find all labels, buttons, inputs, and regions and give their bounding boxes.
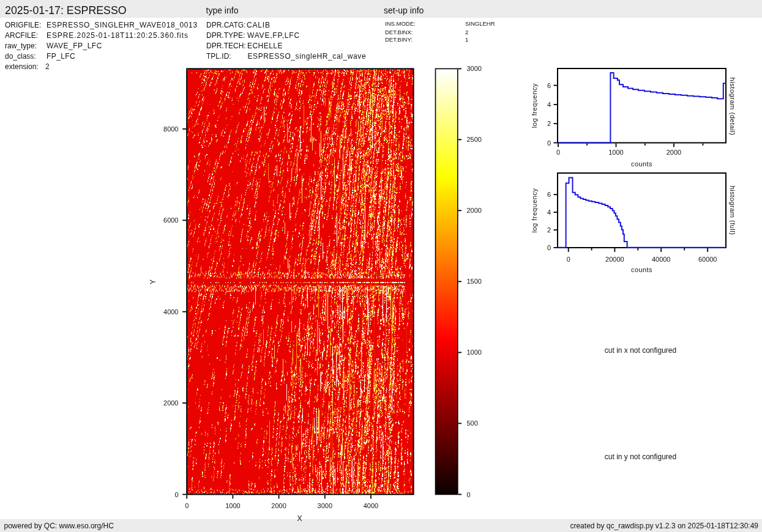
- svg-text:X: X: [297, 514, 302, 523]
- svg-text:8000: 8000: [163, 125, 178, 133]
- svg-text:1000: 1000: [225, 502, 240, 509]
- svg-text:500: 500: [467, 419, 478, 427]
- svg-text:set-up info: set-up info: [384, 6, 424, 15]
- svg-text:raw_type:: raw_type:: [5, 42, 37, 50]
- svg-text:histogram (detail): histogram (detail): [729, 78, 736, 136]
- svg-text:DPR.TECH:: DPR.TECH:: [206, 42, 246, 50]
- svg-text:3000: 3000: [318, 502, 332, 509]
- svg-text:histogram (full): histogram (full): [729, 186, 736, 235]
- svg-text:40000: 40000: [652, 256, 671, 263]
- svg-text:CALIB: CALIB: [247, 21, 271, 29]
- svg-text:2500: 2500: [467, 136, 482, 143]
- svg-text:type info: type info: [206, 6, 239, 15]
- svg-text:extension:: extension:: [5, 62, 39, 71]
- svg-text:2000: 2000: [467, 207, 482, 214]
- svg-text:0: 0: [174, 491, 178, 498]
- svg-text:6: 6: [547, 191, 551, 198]
- svg-text:0: 0: [185, 502, 189, 509]
- svg-text:2: 2: [465, 29, 468, 35]
- svg-text:cut in y not configured: cut in y not configured: [605, 453, 676, 461]
- svg-text:DET.BINX:: DET.BINX:: [385, 29, 413, 35]
- svg-text:ARCFILE:: ARCFILE:: [5, 31, 38, 40]
- svg-text:2: 2: [45, 62, 50, 71]
- svg-text:WAVE_FP_LFC: WAVE_FP_LFC: [47, 42, 102, 50]
- svg-text:4000: 4000: [364, 502, 378, 509]
- svg-text:TPL.ID:: TPL.ID:: [206, 52, 231, 61]
- svg-text:ESPRESSO_singleHR_cal_wave: ESPRESSO_singleHR_cal_wave: [248, 52, 367, 61]
- svg-text:4: 4: [547, 209, 551, 216]
- svg-text:4: 4: [547, 101, 551, 108]
- svg-text:SINGLEHR: SINGLEHR: [465, 20, 495, 27]
- svg-text:1500: 1500: [467, 278, 482, 285]
- svg-text:2025-01-17: ESPRESSO: 2025-01-17: ESPRESSO: [5, 4, 127, 17]
- svg-text:WAVE,FP,LFC: WAVE,FP,LFC: [247, 31, 300, 40]
- svg-text:20000: 20000: [605, 256, 624, 263]
- svg-text:6000: 6000: [163, 216, 178, 224]
- svg-text:6: 6: [547, 82, 551, 89]
- svg-text:cut in x not configured: cut in x not configured: [605, 346, 676, 355]
- svg-text:counts: counts: [631, 160, 652, 168]
- svg-text:2000: 2000: [271, 502, 286, 509]
- svg-text:2: 2: [547, 120, 551, 127]
- svg-text:DET.BINY:: DET.BINY:: [385, 36, 413, 43]
- svg-text:3000: 3000: [467, 65, 482, 72]
- svg-text:counts: counts: [631, 266, 652, 273]
- svg-text:1: 1: [465, 36, 468, 43]
- svg-text:0: 0: [567, 256, 570, 263]
- svg-text:2000: 2000: [163, 399, 178, 407]
- svg-text:2: 2: [547, 226, 551, 234]
- svg-text:1000: 1000: [608, 149, 623, 156]
- svg-text:0: 0: [547, 244, 551, 251]
- svg-text:0: 0: [467, 491, 471, 498]
- svg-text:INS.MODE:: INS.MODE:: [385, 20, 416, 27]
- svg-text:created by qc_rawdisp.py v1.2.: created by qc_rawdisp.py v1.2.3 on 2025-…: [570, 522, 758, 530]
- svg-text:log frequency: log frequency: [531, 83, 538, 128]
- svg-text:DPR.CATG:: DPR.CATG:: [206, 21, 245, 29]
- svg-text:4000: 4000: [163, 308, 178, 316]
- svg-text:ECHELLE: ECHELLE: [247, 42, 283, 50]
- svg-text:DPR.TYPE:: DPR.TYPE:: [206, 31, 245, 40]
- svg-text:0: 0: [556, 149, 560, 156]
- svg-text:do_class:: do_class:: [5, 52, 36, 61]
- svg-text:ESPRE.2025-01-18T11:20:25.360.: ESPRE.2025-01-18T11:20:25.360.fits: [47, 31, 189, 40]
- svg-text:log frequency: log frequency: [531, 188, 538, 232]
- svg-text:2000: 2000: [667, 149, 681, 156]
- svg-text:0: 0: [547, 139, 551, 147]
- svg-text:1000: 1000: [467, 349, 482, 356]
- svg-text:60000: 60000: [698, 256, 717, 263]
- svg-text:ESPRESSO_SINGLEHR_WAVE018_0013: ESPRESSO_SINGLEHR_WAVE018_0013: [47, 21, 198, 29]
- svg-text:powered by QC: www.eso.org/HC: powered by QC: www.eso.org/HC: [4, 522, 114, 530]
- svg-text:ORIGFILE:: ORIGFILE:: [5, 21, 41, 29]
- svg-text:Y: Y: [149, 279, 157, 284]
- svg-text:FP_LFC: FP_LFC: [47, 52, 75, 61]
